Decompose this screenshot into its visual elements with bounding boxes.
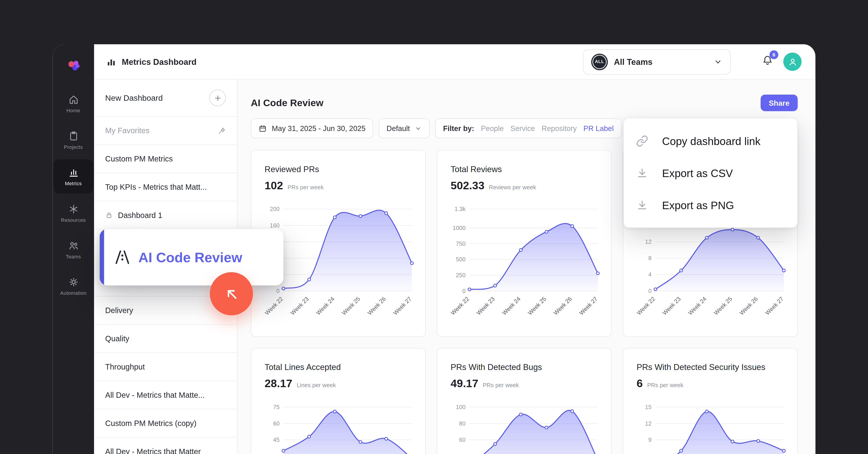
main-header-row: AI Code Review Share (251, 95, 798, 111)
accent-bar (100, 229, 104, 286)
svg-text:Week 22: Week 22 (451, 296, 470, 316)
add-dashboard-button[interactable] (209, 90, 226, 106)
svg-text:Week 23: Week 23 (289, 296, 310, 316)
ai-code-review-card[interactable]: AI Code Review (100, 229, 283, 286)
dashboard-item-label: Delivery (105, 306, 133, 315)
svg-text:8: 8 (648, 255, 651, 261)
bar-chart-icon (106, 57, 116, 67)
menu-item-export-png[interactable]: Export as PNG (624, 189, 797, 221)
lock-icon (105, 212, 113, 219)
favorites-heading: My Favorites (105, 126, 149, 135)
chart-title: PRs With Detected Bugs (451, 362, 598, 372)
area-chart: 1.3k10007505002500Week 22Week 23Week 24W… (451, 203, 598, 324)
svg-text:Week 25: Week 25 (527, 296, 547, 316)
svg-text:12: 12 (645, 238, 652, 245)
filter-option-service[interactable]: Service (510, 124, 535, 133)
area-chart: 20016012080400Week 22Week 23Week 24Week … (265, 203, 412, 324)
sidebar-item-label: Home (66, 107, 80, 113)
svg-text:75: 75 (273, 404, 280, 410)
dashboard-item[interactable]: Custom PM Metrics (copy) (94, 409, 237, 437)
svg-text:9: 9 (648, 436, 651, 443)
svg-text:250: 250 (456, 272, 466, 278)
dashboard-item-label: Throughput (105, 362, 145, 371)
view-select-label: Default (386, 124, 410, 133)
filter-by-label: Filter by: (443, 124, 474, 133)
ai-card-label: AI Code Review (138, 249, 242, 265)
team-selector-label: All Teams (614, 57, 653, 66)
svg-text:0: 0 (276, 288, 279, 294)
menu-item-export-csv[interactable]: Export as CSV (624, 157, 797, 189)
dashboard-item-label: All Dev - Metrics that Matter (105, 447, 201, 454)
menu-item-copy-link[interactable]: Copy dashboard link (624, 125, 797, 157)
filter-option-people[interactable]: People (481, 124, 504, 133)
filter-bar: Filter by: People Service Repository PR … (435, 118, 621, 138)
clipboard-icon (68, 130, 79, 141)
dashboard-item[interactable]: Quality (94, 324, 237, 352)
sidebar-item-home[interactable]: Home (54, 86, 93, 121)
download-icon (636, 199, 648, 212)
dashboard-item[interactable]: Custom PM Metrics (94, 144, 237, 172)
app-logo[interactable] (66, 53, 81, 78)
chart-title: PRs With Detected Security Issues (637, 362, 784, 372)
sidebar-item-label: Projects (64, 144, 83, 150)
area-chart-svg: 1.3k10007505002500Week 22Week 23Week 24W… (451, 203, 601, 322)
dashboard-item[interactable]: Top KPIs - Metrics that Matt... (94, 172, 237, 201)
svg-text:6: 6 (648, 453, 651, 454)
dashboard-item-label: Top KPIs - Metrics that Matt... (105, 183, 207, 191)
svg-text:1.3k: 1.3k (455, 206, 466, 212)
svg-text:Week 22: Week 22 (265, 296, 284, 316)
logo-icon (66, 58, 81, 74)
pin-icon (217, 127, 226, 135)
chart-value-row: 102 PRs per week (265, 179, 412, 192)
chart-card-total-lines-accepted: Total Lines Accepted 28.17 Lines per wee… (251, 348, 426, 454)
view-select[interactable]: Default (379, 118, 430, 138)
sidebar-item-automation[interactable]: Automation (54, 269, 93, 303)
plus-icon (214, 94, 221, 102)
dashboard-item[interactable]: Dashboard 1 (94, 201, 237, 229)
svg-text:80: 80 (459, 420, 466, 427)
sidebar-item-metrics[interactable]: Metrics (54, 159, 93, 194)
sidebar: Home Projects Metrics Resources (53, 44, 94, 454)
new-dashboard-row[interactable]: New Dashboard (94, 80, 237, 116)
avatar[interactable] (783, 53, 802, 71)
chart-unit: PRs per week (483, 382, 519, 388)
chart-card-prs-detected-bugs: PRs With Detected Bugs 49.17 PRs per wee… (437, 348, 612, 454)
dashboard-item-label: All Dev - Metrics that Matte... (105, 391, 205, 399)
chart-value-row: 28.17 Lines per week (265, 377, 412, 391)
pin-toggle[interactable] (217, 127, 226, 135)
chart-unit: Reviews per week (489, 184, 536, 190)
ai-glyph-icon (114, 249, 131, 265)
sidebar-item-teams[interactable]: Teams (54, 232, 93, 267)
team-selector[interactable]: ALL All Teams (583, 49, 731, 74)
date-range-picker[interactable]: May 31, 2025 - Jun 30, 2025 (251, 118, 373, 138)
sidebar-item-resources[interactable]: Resources (54, 196, 93, 230)
sidebar-item-label: Automation (60, 290, 86, 295)
dashboard-item[interactable]: All Dev - Metrics that Matter (94, 437, 237, 454)
sidebar-item-projects[interactable]: Projects (54, 123, 93, 157)
chart-title: Reviewed PRs (265, 164, 412, 174)
svg-text:750: 750 (456, 240, 466, 247)
filter-option-pr-label[interactable]: PR Label (583, 124, 614, 133)
chart-card-prs-security-issues: PRs With Detected Security Issues 6 PRs … (623, 348, 798, 454)
svg-text:Week 23: Week 23 (661, 296, 682, 316)
share-button[interactable]: Share (761, 95, 798, 111)
menu-item-label: Export as CSV (662, 167, 733, 179)
area-chart-svg: 75604530150Week 22Week 23Week 24Week 25W… (265, 401, 415, 454)
svg-text:Week 24: Week 24 (687, 296, 708, 316)
chart-value-row: 49.17 PRs per week (451, 377, 598, 391)
date-range-label: May 31, 2025 - Jun 30, 2025 (272, 124, 366, 133)
svg-text:500: 500 (456, 256, 466, 262)
filter-option-repository[interactable]: Repository (541, 124, 577, 133)
svg-text:Week 25: Week 25 (713, 296, 733, 316)
area-chart: 75604530150Week 22Week 23Week 24Week 25W… (265, 401, 412, 454)
dashboard-item[interactable]: All Dev - Metrics that Matte... (94, 381, 237, 409)
notifications-button[interactable]: 6 (762, 55, 773, 68)
svg-text:Week 26: Week 26 (738, 296, 759, 316)
chart-value: 28.17 (265, 377, 292, 390)
svg-text:45: 45 (273, 436, 280, 443)
svg-text:40: 40 (459, 453, 466, 454)
dashboard-item[interactable]: Throughput (94, 352, 237, 381)
svg-text:30: 30 (273, 453, 280, 454)
svg-text:Week 24: Week 24 (501, 296, 522, 316)
chart-value: 49.17 (451, 377, 478, 390)
